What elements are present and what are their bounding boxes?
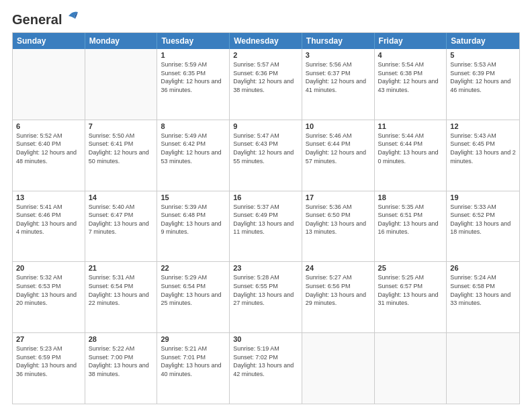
day-number: 8 <box>161 122 226 130</box>
day-info: Sunrise: 5:25 AM Sunset: 6:57 PM Dayligh… <box>378 273 443 307</box>
day-info: Sunrise: 5:23 AM Sunset: 6:59 PM Dayligh… <box>16 345 81 378</box>
day-number: 2 <box>233 51 298 59</box>
day-info: Sunrise: 5:53 AM Sunset: 6:39 PM Dayligh… <box>450 60 516 94</box>
day-info: Sunrise: 5:35 AM Sunset: 6:51 PM Dayligh… <box>378 203 443 236</box>
day-info: Sunrise: 5:40 AM Sunset: 6:47 PM Dayligh… <box>89 203 154 236</box>
day-info: Sunrise: 5:32 AM Sunset: 6:53 PM Dayligh… <box>16 273 81 307</box>
day-number: 11 <box>378 122 443 130</box>
day-number: 30 <box>233 335 298 343</box>
day-number: 27 <box>16 335 81 343</box>
cal-cell: 3Sunrise: 5:56 AM Sunset: 6:37 PM Daylig… <box>302 49 375 120</box>
day-number: 7 <box>89 122 154 130</box>
cal-cell: 26Sunrise: 5:24 AM Sunset: 6:58 PM Dayli… <box>447 262 519 332</box>
cal-cell: 27Sunrise: 5:23 AM Sunset: 6:59 PM Dayli… <box>13 333 85 404</box>
header-cell-sunday: Sunday <box>13 33 85 49</box>
day-info: Sunrise: 5:47 AM Sunset: 6:43 PM Dayligh… <box>233 132 298 165</box>
week-row-2: 6Sunrise: 5:52 AM Sunset: 6:40 PM Daylig… <box>13 120 519 191</box>
calendar: SundayMondayTuesdayWednesdayThursdayFrid… <box>12 32 520 404</box>
day-number: 4 <box>378 51 443 59</box>
cal-cell: 15Sunrise: 5:39 AM Sunset: 6:48 PM Dayli… <box>157 191 230 262</box>
calendar-body: 1Sunrise: 5:59 AM Sunset: 6:35 PM Daylig… <box>13 49 519 404</box>
logo-bird-icon <box>63 9 78 21</box>
day-number: 29 <box>161 335 226 343</box>
day-info: Sunrise: 5:49 AM Sunset: 6:42 PM Dayligh… <box>161 132 226 165</box>
week-row-1: 1Sunrise: 5:59 AM Sunset: 6:35 PM Daylig… <box>13 49 519 120</box>
logo: General <box>12 12 78 26</box>
week-row-3: 13Sunrise: 5:41 AM Sunset: 6:46 PM Dayli… <box>13 191 519 263</box>
page-header: General <box>12 12 520 26</box>
day-number: 6 <box>16 122 81 130</box>
day-info: Sunrise: 5:37 AM Sunset: 6:49 PM Dayligh… <box>233 203 298 236</box>
cal-cell: 2Sunrise: 5:57 AM Sunset: 6:36 PM Daylig… <box>230 49 302 120</box>
day-number: 14 <box>89 193 154 201</box>
day-number: 1 <box>161 51 226 59</box>
cal-cell: 7Sunrise: 5:50 AM Sunset: 6:41 PM Daylig… <box>85 120 158 191</box>
cal-cell <box>302 333 375 404</box>
cal-cell: 1Sunrise: 5:59 AM Sunset: 6:35 PM Daylig… <box>157 49 230 120</box>
day-number: 21 <box>89 264 154 272</box>
cal-cell: 12Sunrise: 5:43 AM Sunset: 6:45 PM Dayli… <box>447 120 519 191</box>
day-info: Sunrise: 5:43 AM Sunset: 6:45 PM Dayligh… <box>450 132 516 165</box>
cal-cell: 23Sunrise: 5:28 AM Sunset: 6:55 PM Dayli… <box>230 262 302 332</box>
cal-cell <box>447 333 519 404</box>
day-number: 18 <box>378 193 443 201</box>
cal-cell: 11Sunrise: 5:44 AM Sunset: 6:44 PM Dayli… <box>375 120 447 191</box>
cal-cell <box>13 49 85 120</box>
header-cell-tuesday: Tuesday <box>157 33 230 49</box>
cal-cell: 4Sunrise: 5:54 AM Sunset: 6:38 PM Daylig… <box>375 49 447 120</box>
day-info: Sunrise: 5:21 AM Sunset: 7:01 PM Dayligh… <box>161 345 226 378</box>
day-number: 26 <box>450 264 516 272</box>
cal-cell: 17Sunrise: 5:36 AM Sunset: 6:50 PM Dayli… <box>302 191 375 262</box>
calendar-header: SundayMondayTuesdayWednesdayThursdayFrid… <box>13 33 519 49</box>
day-number: 24 <box>306 264 371 272</box>
header-cell-wednesday: Wednesday <box>230 33 302 49</box>
header-cell-thursday: Thursday <box>302 33 375 49</box>
day-info: Sunrise: 5:19 AM Sunset: 7:02 PM Dayligh… <box>233 345 298 378</box>
day-info: Sunrise: 5:50 AM Sunset: 6:41 PM Dayligh… <box>89 132 154 165</box>
week-row-4: 20Sunrise: 5:32 AM Sunset: 6:53 PM Dayli… <box>13 262 519 333</box>
day-info: Sunrise: 5:41 AM Sunset: 6:46 PM Dayligh… <box>16 203 81 236</box>
header-cell-friday: Friday <box>375 33 447 49</box>
cal-cell: 21Sunrise: 5:31 AM Sunset: 6:54 PM Dayli… <box>85 262 158 332</box>
cal-cell: 10Sunrise: 5:46 AM Sunset: 6:44 PM Dayli… <box>302 120 375 191</box>
cal-cell: 6Sunrise: 5:52 AM Sunset: 6:40 PM Daylig… <box>13 120 85 191</box>
cal-cell: 18Sunrise: 5:35 AM Sunset: 6:51 PM Dayli… <box>375 191 447 262</box>
day-number: 12 <box>450 122 516 130</box>
day-info: Sunrise: 5:27 AM Sunset: 6:56 PM Dayligh… <box>306 273 371 307</box>
day-number: 28 <box>89 335 154 343</box>
day-info: Sunrise: 5:29 AM Sunset: 6:54 PM Dayligh… <box>161 273 226 307</box>
day-info: Sunrise: 5:57 AM Sunset: 6:36 PM Dayligh… <box>233 60 298 94</box>
header-cell-saturday: Saturday <box>447 33 519 49</box>
day-number: 3 <box>306 51 371 59</box>
header-cell-monday: Monday <box>85 33 158 49</box>
day-number: 16 <box>233 193 298 201</box>
cal-cell: 9Sunrise: 5:47 AM Sunset: 6:43 PM Daylig… <box>230 120 302 191</box>
logo-general: General <box>12 12 62 27</box>
cal-cell <box>375 333 447 404</box>
day-number: 19 <box>450 193 516 201</box>
day-info: Sunrise: 5:56 AM Sunset: 6:37 PM Dayligh… <box>306 60 371 94</box>
day-number: 9 <box>233 122 298 130</box>
cal-cell: 29Sunrise: 5:21 AM Sunset: 7:01 PM Dayli… <box>157 333 230 404</box>
cal-cell: 13Sunrise: 5:41 AM Sunset: 6:46 PM Dayli… <box>13 191 85 262</box>
day-number: 5 <box>450 51 516 59</box>
day-info: Sunrise: 5:54 AM Sunset: 6:38 PM Dayligh… <box>378 60 443 94</box>
day-number: 20 <box>16 264 81 272</box>
cal-cell: 14Sunrise: 5:40 AM Sunset: 6:47 PM Dayli… <box>85 191 158 262</box>
cal-cell: 19Sunrise: 5:33 AM Sunset: 6:52 PM Dayli… <box>447 191 519 262</box>
day-info: Sunrise: 5:59 AM Sunset: 6:35 PM Dayligh… <box>161 60 226 94</box>
day-info: Sunrise: 5:33 AM Sunset: 6:52 PM Dayligh… <box>450 203 516 236</box>
day-number: 17 <box>306 193 371 201</box>
cal-cell: 8Sunrise: 5:49 AM Sunset: 6:42 PM Daylig… <box>157 120 230 191</box>
cal-cell <box>85 49 158 120</box>
day-number: 15 <box>161 193 226 201</box>
day-number: 23 <box>233 264 298 272</box>
day-info: Sunrise: 5:36 AM Sunset: 6:50 PM Dayligh… <box>306 203 371 236</box>
cal-cell: 16Sunrise: 5:37 AM Sunset: 6:49 PM Dayli… <box>230 191 302 262</box>
day-info: Sunrise: 5:24 AM Sunset: 6:58 PM Dayligh… <box>450 273 516 307</box>
cal-cell: 5Sunrise: 5:53 AM Sunset: 6:39 PM Daylig… <box>447 49 519 120</box>
day-info: Sunrise: 5:46 AM Sunset: 6:44 PM Dayligh… <box>306 132 371 165</box>
day-info: Sunrise: 5:28 AM Sunset: 6:55 PM Dayligh… <box>233 273 298 307</box>
day-number: 25 <box>378 264 443 272</box>
day-number: 13 <box>16 193 81 201</box>
